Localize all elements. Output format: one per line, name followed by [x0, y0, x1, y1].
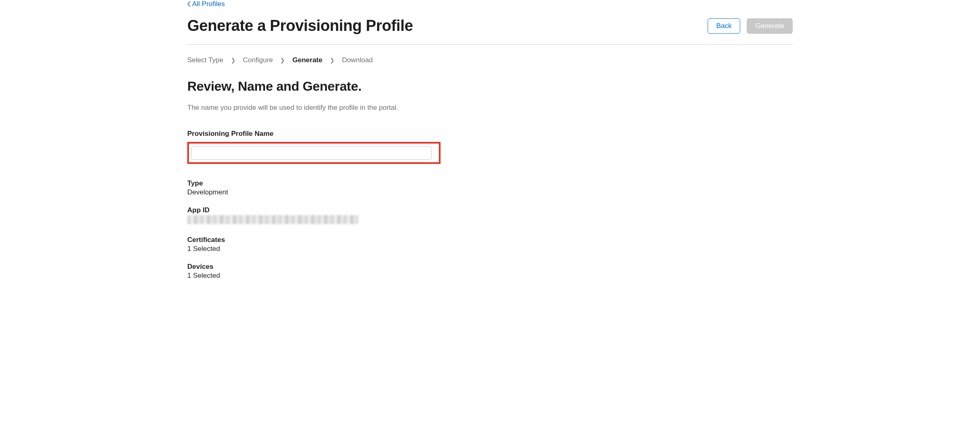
devices-value: 1 Selected — [187, 272, 793, 280]
devices-label: Devices — [187, 263, 793, 271]
page-title: Generate a Provisioning Profile — [187, 17, 413, 35]
step-configure[interactable]: Configure — [243, 56, 273, 64]
section-description: The name you provide will be used to ide… — [187, 104, 793, 112]
profile-name-label: Provisioning Profile Name — [187, 130, 793, 138]
certificates-value: 1 Selected — [187, 245, 793, 253]
step-select-type[interactable]: Select Type — [187, 56, 224, 64]
chevron-right-icon: ❯ — [280, 57, 285, 63]
back-button[interactable]: Back — [708, 18, 740, 34]
action-buttons: Back Generate — [708, 18, 793, 34]
chevron-right-icon: ❯ — [330, 57, 335, 63]
type-label: Type — [187, 179, 793, 187]
certificates-label: Certificates — [187, 236, 793, 244]
all-profiles-link[interactable]: All Profiles — [187, 0, 225, 8]
profile-name-highlight — [187, 142, 441, 164]
chevron-left-icon — [187, 1, 191, 7]
profile-name-input[interactable] — [191, 146, 432, 160]
app-id-redacted — [187, 215, 358, 224]
chevron-right-icon: ❯ — [231, 57, 236, 63]
app-id-label: App ID — [187, 206, 793, 214]
wizard-steps: Select Type ❯ Configure ❯ Generate ❯ Dow… — [187, 56, 793, 64]
app-id-value — [187, 215, 793, 226]
generate-button[interactable]: Generate — [747, 18, 793, 34]
step-download: Download — [342, 56, 373, 64]
section-title: Review, Name and Generate. — [187, 79, 793, 94]
type-value: Development — [187, 188, 793, 196]
all-profiles-label: All Profiles — [192, 0, 225, 8]
divider — [187, 44, 793, 45]
step-generate: Generate — [292, 56, 322, 64]
